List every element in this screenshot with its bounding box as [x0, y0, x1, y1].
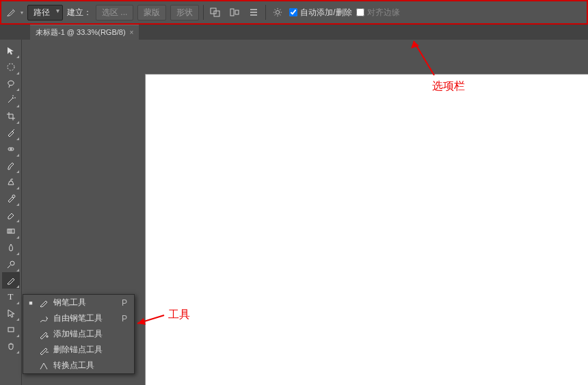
- flyout-item-delete-anchor[interactable]: 删除锚点工具: [23, 342, 134, 358]
- arrow-tools: [133, 311, 168, 328]
- svg-point-4: [276, 10, 280, 14]
- flyout-item-label: 删除锚点工具: [53, 344, 108, 356]
- path-arrange-icon[interactable]: [246, 5, 261, 19]
- flyout-item-convert-point[interactable]: 转换点工具: [23, 358, 134, 373]
- document-tab-title: 未标题-1 @ 33.3%(RGB/8): [36, 27, 126, 38]
- path-alignment-icon[interactable]: [227, 5, 242, 19]
- history-brush-tool[interactable]: [2, 190, 20, 207]
- document-canvas[interactable]: [145, 74, 588, 385]
- flyout-item-label: 添加锚点工具: [53, 328, 108, 340]
- divider: [265, 5, 266, 20]
- align-edges-checkbox[interactable]: 对齐边缘: [356, 7, 400, 18]
- document-tab[interactable]: 未标题-1 @ 33.3%(RGB/8) ×: [30, 25, 139, 40]
- crop-tool[interactable]: [2, 108, 20, 124]
- auto-add-delete-input[interactable]: [289, 8, 297, 16]
- make-shape-button[interactable]: 形状: [170, 5, 199, 21]
- flyout-item-pen[interactable]: ■ 钢笔工具 P: [23, 295, 134, 310]
- options-bar: ▾ 路径 建立： 选区 ... 蒙版 形状 自动添加/删除 对齐边缘: [0, 0, 588, 25]
- make-selection-button[interactable]: 选区 ...: [96, 5, 133, 21]
- blur-tool[interactable]: [2, 239, 20, 256]
- lasso-tool[interactable]: [2, 75, 20, 92]
- move-tool[interactable]: [2, 42, 20, 59]
- svg-point-5: [8, 64, 14, 70]
- svg-rect-10: [8, 328, 14, 332]
- healing-brush-tool[interactable]: [2, 141, 20, 157]
- close-icon[interactable]: ×: [130, 29, 134, 36]
- flyout-item-freeform-pen[interactable]: 自由钢笔工具 P: [23, 310, 134, 326]
- path-mode-select[interactable]: 路径: [27, 5, 63, 21]
- dodge-tool[interactable]: [2, 256, 20, 272]
- rectangle-tool[interactable]: [2, 321, 20, 338]
- convert-point-icon: [38, 360, 49, 371]
- flyout-item-label: 转换点工具: [53, 360, 108, 371]
- flyout-item-label: 钢笔工具: [53, 297, 108, 308]
- divider: [203, 5, 204, 20]
- pen-tool[interactable]: [2, 272, 20, 289]
- svg-rect-2: [230, 9, 234, 16]
- align-edges-input[interactable]: [356, 8, 364, 16]
- path-selection-tool[interactable]: [2, 305, 20, 321]
- svg-point-9: [10, 261, 14, 265]
- pen-tool-flyout: ■ 钢笔工具 P 自由钢笔工具 P 添加锚点工具 删除锚点工具 转换点工具: [23, 294, 135, 374]
- brush-tool[interactable]: [2, 157, 20, 174]
- type-tool[interactable]: T: [2, 289, 20, 305]
- flyout-item-shortcut: P: [119, 298, 127, 308]
- svg-rect-3: [235, 10, 239, 14]
- path-operations-icon[interactable]: [208, 5, 223, 19]
- eyedropper-tool[interactable]: [2, 124, 20, 141]
- svg-point-7: [12, 195, 15, 198]
- annotation-tools: 工具: [168, 308, 190, 322]
- align-edges-label: 对齐边缘: [367, 7, 400, 18]
- gear-icon[interactable]: [270, 5, 285, 19]
- annotation-options-bar: 选项栏: [432, 79, 465, 94]
- make-mask-button[interactable]: 蒙版: [137, 5, 166, 21]
- svg-marker-14: [137, 318, 146, 325]
- pen-tool-icon: [5, 7, 16, 18]
- magic-wand-tool[interactable]: [2, 92, 20, 108]
- eraser-tool[interactable]: [2, 207, 20, 223]
- tool-preset-dropdown[interactable]: ▾: [21, 10, 23, 16]
- pen-icon: [38, 297, 49, 308]
- flyout-item-label: 自由钢笔工具: [53, 313, 108, 324]
- clone-stamp-tool[interactable]: [2, 174, 20, 190]
- auto-add-delete-label: 自动添加/删除: [300, 7, 351, 18]
- flyout-item-add-anchor[interactable]: 添加锚点工具: [23, 326, 134, 342]
- arrow-options-bar: [407, 38, 441, 79]
- toolbox: T: [0, 40, 22, 385]
- flyout-item-shortcut: P: [119, 314, 127, 323]
- document-tab-bar: 未标题-1 @ 33.3%(RGB/8) ×: [0, 25, 588, 40]
- add-anchor-icon: [38, 329, 49, 340]
- flyout-active-mark: ■: [27, 300, 34, 306]
- hand-tool[interactable]: [2, 338, 20, 354]
- delete-anchor-icon: [38, 345, 49, 356]
- gradient-tool[interactable]: [2, 223, 20, 239]
- marquee-tool[interactable]: [2, 59, 20, 75]
- build-label: 建立：: [67, 7, 92, 18]
- freeform-pen-icon: [38, 313, 49, 324]
- auto-add-delete-checkbox[interactable]: 自动添加/删除: [289, 7, 351, 18]
